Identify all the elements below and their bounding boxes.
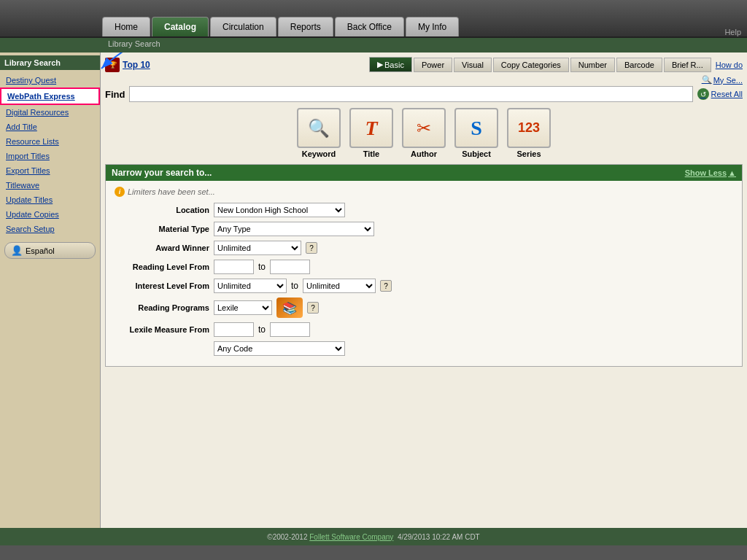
keyword-button[interactable]: 🔍 Keyword xyxy=(297,108,341,158)
narrow-header: Narrow your search to... Show Less ▲ xyxy=(106,165,742,181)
sub-header: Library Search xyxy=(0,38,747,52)
sidebar-item-webpath-express[interactable]: WebPath Express xyxy=(0,88,100,105)
sidebar-item-add-title[interactable]: Add Title xyxy=(0,120,100,134)
how-do-link[interactable]: How do xyxy=(716,61,743,69)
author-button[interactable]: ✂ Author xyxy=(402,108,446,158)
top10-link[interactable]: Top 10 xyxy=(123,60,150,70)
reading-programs-label: Reading Programs xyxy=(115,303,209,312)
espanol-label: Español xyxy=(26,246,55,255)
narrow-search: Narrow your search to... Show Less ▲ i L… xyxy=(105,164,743,367)
series-label: Series xyxy=(516,149,541,158)
top10-icon: 🏆 xyxy=(105,58,120,72)
interest-level-label: Interest Level From xyxy=(115,281,209,290)
award-winner-select[interactable]: Unlimited xyxy=(214,241,301,255)
search-tab-copy-categories[interactable]: Copy Categories xyxy=(493,58,569,72)
location-label: Location xyxy=(115,206,209,214)
limiters-note: i Limiters have been set... xyxy=(115,187,733,197)
title-button[interactable]: T Title xyxy=(349,108,393,158)
sidebar-item-search-setup[interactable]: Search Setup xyxy=(0,222,100,236)
search-tab-power[interactable]: Power xyxy=(414,58,452,72)
footer-date: 4/29/2013 10:22 AM CDT xyxy=(398,533,480,541)
nav-tab-circulation[interactable]: Circulation xyxy=(210,17,276,36)
reading-programs-help[interactable]: ? xyxy=(307,302,319,314)
reading-level-from[interactable] xyxy=(214,260,254,274)
location-row: Location New London High School xyxy=(115,203,733,217)
nav-tab-backoffice[interactable]: Back Office xyxy=(335,17,404,36)
title-icon: T xyxy=(349,108,393,148)
interest-level-to-select[interactable]: Unlimited xyxy=(303,279,376,293)
reading-level-to-label: to xyxy=(258,262,266,272)
person-icon: 👤 xyxy=(11,245,23,256)
nav-tab-catalog[interactable]: Catalog xyxy=(152,17,209,36)
content-area: 🏆 Top 10 ▶ Basic Power Visual Copy Categ… xyxy=(101,52,747,528)
sidebar-item-update-copies[interactable]: Update Copies xyxy=(0,207,100,222)
search-tab-barcode[interactable]: Barcode xyxy=(616,58,662,72)
my-searches-link[interactable]: 🔍 My Se... xyxy=(702,75,743,85)
author-icon: ✂ xyxy=(402,108,446,148)
subject-button[interactable]: S Subject xyxy=(454,108,498,158)
reading-level-to[interactable] xyxy=(270,260,310,274)
search-tab-brief-r[interactable]: Brief R... xyxy=(664,58,711,72)
series-button[interactable]: 123 Series xyxy=(507,108,551,158)
find-input[interactable] xyxy=(129,86,692,102)
search-types: 🔍 Keyword T Title ✂ Author xyxy=(105,108,743,158)
location-select[interactable]: New London High School xyxy=(214,203,345,217)
info-icon: i xyxy=(115,187,125,197)
triangle-up-icon: ▲ xyxy=(728,168,736,177)
sidebar-item-digital-resources[interactable]: Digital Resources xyxy=(0,105,100,120)
material-type-label: Material Type xyxy=(115,225,209,233)
lexile-measure-to-label: to xyxy=(258,324,266,335)
subject-icon: S xyxy=(454,108,498,148)
lexile-measure-from[interactable] xyxy=(214,322,254,337)
sidebar-item-export-titles[interactable]: Export Titles xyxy=(0,163,100,178)
material-type-select[interactable]: Any Type xyxy=(214,222,374,236)
award-winner-help[interactable]: ? xyxy=(306,242,317,254)
sidebar-item-resource-lists[interactable]: Resource Lists xyxy=(0,134,100,149)
sidebar-item-titlewave[interactable]: Titlewave xyxy=(0,178,100,192)
find-row: Find ↺ Reset All xyxy=(105,86,743,102)
award-winner-label: Award Winner xyxy=(115,244,209,252)
lexile-measure-row: Lexile Measure From to xyxy=(115,322,733,337)
search-tab-visual[interactable]: Visual xyxy=(454,58,492,72)
interest-level-to-label: to xyxy=(291,281,298,291)
reading-level-label: Reading Level From xyxy=(115,262,209,271)
material-type-row: Material Type Any Type xyxy=(115,222,733,236)
find-label: Find xyxy=(105,89,125,100)
reset-icon: ↺ xyxy=(697,88,709,100)
reading-program-icon[interactable]: 📚 xyxy=(276,298,303,318)
footer: ©2002-2012 Follett Software Company 4/29… xyxy=(0,528,747,545)
reading-level-row: Reading Level From to xyxy=(115,260,733,274)
sidebar-item-import-titles[interactable]: Import Titles xyxy=(0,149,100,163)
lexile-measure-to[interactable] xyxy=(270,322,310,337)
title-label: Title xyxy=(363,149,379,158)
sidebar-item-destiny-quest[interactable]: Destiny Quest xyxy=(0,73,100,88)
footer-copyright: ©2002-2012 xyxy=(267,533,307,541)
interest-level-help[interactable]: ? xyxy=(380,280,392,292)
lexile-measure-label: Lexile Measure From xyxy=(115,325,209,334)
search-icon: 🔍 xyxy=(702,75,712,85)
subject-label: Subject xyxy=(462,149,491,158)
author-label: Author xyxy=(411,149,437,158)
nav-tab-reports[interactable]: Reports xyxy=(278,17,333,36)
keyword-icon: 🔍 xyxy=(297,108,341,148)
show-less-link[interactable]: Show Less ▲ xyxy=(685,168,736,177)
series-icon: 123 xyxy=(507,108,551,148)
keyword-label: Keyword xyxy=(302,149,336,158)
search-tab-basic[interactable]: ▶ Basic xyxy=(369,57,412,72)
any-code-row: Any Code xyxy=(115,341,733,356)
any-code-select[interactable]: Any Code xyxy=(214,341,345,356)
nav-tab-home[interactable]: Home xyxy=(102,17,150,36)
sidebar-item-update-titles[interactable]: Update Titles xyxy=(0,192,100,207)
reading-programs-select[interactable]: Lexile xyxy=(214,300,272,315)
narrow-content: i Limiters have been set... Location New… xyxy=(106,181,742,366)
interest-level-from-select[interactable]: Unlimited xyxy=(214,279,287,293)
footer-company-link[interactable]: Follett Software Company xyxy=(309,533,393,541)
espanol-button[interactable]: 👤 Español xyxy=(4,242,96,259)
narrow-title: Narrow your search to... xyxy=(112,168,212,178)
nav-tab-myinfo[interactable]: My Info xyxy=(406,17,459,36)
sidebar: Library Search Destiny Quest WebPath Exp… xyxy=(0,52,101,528)
interest-level-row: Interest Level From Unlimited to Unlimit… xyxy=(115,279,733,293)
award-winner-row: Award Winner Unlimited ? xyxy=(115,241,733,255)
reset-all-button[interactable]: ↺ Reset All xyxy=(697,88,743,100)
search-tab-number[interactable]: Number xyxy=(570,58,615,72)
